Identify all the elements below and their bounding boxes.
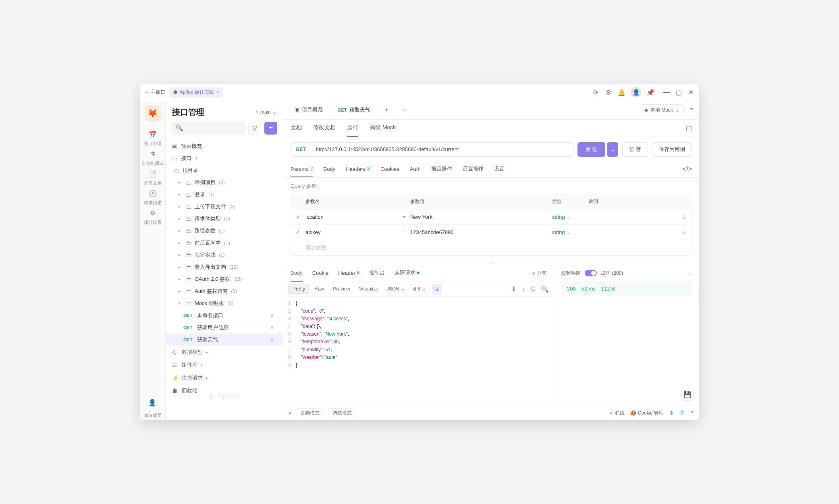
- tree-folder[interactable]: ▸🗀请求体类型(2): [166, 213, 283, 225]
- check-icon[interactable]: ✓: [296, 229, 305, 235]
- close-icon[interactable]: ×: [216, 89, 219, 95]
- param-value[interactable]: 12345abcde67890: [410, 229, 552, 235]
- search-response-icon[interactable]: 🔍: [541, 285, 549, 293]
- tree-section[interactable]: ◇数据模型▸: [166, 346, 283, 359]
- branch-select[interactable]: ⑂ main ⌄: [256, 109, 276, 115]
- save-file-icon[interactable]: ⬇: [511, 285, 516, 293]
- param-name[interactable]: location: [305, 214, 398, 220]
- tree-overview[interactable]: ▣ 项目概览: [166, 140, 283, 152]
- share-button[interactable]: ⎋ 分享: [532, 270, 546, 277]
- format-button[interactable]: Visualize: [355, 284, 382, 293]
- tree-folder[interactable]: ▸🗀OAuth 2.0 鉴权(13): [166, 273, 283, 285]
- gear-icon[interactable]: ⚙: [605, 89, 612, 96]
- encoding-select[interactable]: utf8 ⌄: [409, 284, 429, 293]
- method-select[interactable]: GET: [291, 143, 311, 156]
- subtab[interactable]: 修改文档: [313, 120, 336, 137]
- tab-active-api[interactable]: GET 获取天气: [330, 101, 378, 119]
- tree-root-folder[interactable]: 🗀 根目录: [166, 164, 283, 176]
- format-button[interactable]: Preview: [329, 284, 354, 293]
- filter-button[interactable]: ▽: [248, 122, 261, 135]
- download-icon[interactable]: ↓: [522, 285, 525, 293]
- resp-tab[interactable]: Header8: [338, 265, 359, 282]
- url-input[interactable]: GET http://127.0.0.1:4523/m1/3656905-328…: [291, 142, 573, 157]
- format-button[interactable]: Raw: [310, 284, 328, 293]
- tab-more[interactable]: ⋯: [395, 101, 415, 119]
- collapse-button[interactable]: «: [289, 410, 292, 416]
- code-icon[interactable]: </>: [683, 166, 692, 173]
- param-row[interactable]: ✓apikey=12345abcde67890string ⌄⊖: [291, 225, 692, 240]
- help-icon[interactable]: ?: [691, 410, 694, 416]
- req-tab[interactable]: 后置操作: [463, 162, 484, 177]
- pin-icon[interactable]: 📌: [647, 89, 654, 96]
- tree-folder[interactable]: ▸🗀登录(1): [166, 189, 283, 201]
- tree-folder[interactable]: ▸🗀路径参数(1): [166, 225, 283, 237]
- tree-folder[interactable]: ▸🗀Auth 鉴权指南(8): [166, 285, 283, 297]
- beautify-button[interactable]: ≋: [432, 284, 442, 295]
- rail-item-4[interactable]: ⚙项目设置: [140, 207, 165, 227]
- req-tab[interactable]: Auth: [410, 162, 421, 177]
- rail-item-1[interactable]: ⚗自动化测试: [140, 148, 165, 168]
- send-button[interactable]: 发 送: [577, 142, 606, 157]
- maximize-icon[interactable]: ▢: [675, 89, 682, 96]
- tree-api-root[interactable]: ⬚ 接口 ▾: [166, 152, 283, 164]
- close-window-icon[interactable]: ✕: [687, 89, 694, 96]
- req-tab[interactable]: Body: [323, 162, 335, 177]
- save-response-button[interactable]: 💾: [681, 389, 694, 401]
- tree-folder[interactable]: ▸🗀其它实践(1): [166, 249, 283, 261]
- shirt-icon[interactable]: 👕: [679, 410, 685, 416]
- req-tab[interactable]: Params2: [291, 162, 313, 177]
- tree-endpoint[interactable]: GET未命名接口: [166, 309, 283, 321]
- cookie-mgmt[interactable]: 🍪Cookie 管理: [630, 410, 664, 417]
- menu-icon[interactable]: ≡: [688, 106, 695, 114]
- tree-folder[interactable]: ▸🗀示例项目(6): [166, 176, 283, 189]
- delete-icon[interactable]: ⊖: [677, 229, 687, 235]
- rail-invite[interactable]: 👤₊ 邀请成员: [142, 400, 163, 420]
- resp-tab[interactable]: Body: [291, 265, 303, 282]
- delete-icon[interactable]: ⊖: [677, 214, 687, 220]
- search-input[interactable]: 🔍: [171, 122, 245, 135]
- copy-icon[interactable]: ⧉: [531, 285, 535, 293]
- debug-mode-button[interactable]: 调试模式: [328, 408, 356, 418]
- param-value[interactable]: New York: [410, 214, 552, 220]
- tree-section[interactable]: 🗑回收站: [166, 384, 283, 397]
- rail-item-2[interactable]: 📄分享文档: [140, 168, 165, 188]
- minimize-icon[interactable]: —: [663, 89, 670, 96]
- tree-folder[interactable]: ▸🗀前后置脚本(7): [166, 237, 283, 249]
- resp-tab[interactable]: 实际请求: [395, 265, 420, 282]
- add-param-row[interactable]: 添加参数: [291, 240, 692, 255]
- avatar[interactable]: 👤: [631, 87, 641, 97]
- body-type-select[interactable]: JSON ⌄: [383, 284, 408, 293]
- save-tmp-button[interactable]: 暂 存: [622, 142, 648, 157]
- param-type[interactable]: string ⌄: [552, 214, 588, 220]
- param-type[interactable]: string ⌄: [552, 229, 588, 235]
- tab-overview[interactable]: ▣ 项目概览: [287, 101, 330, 119]
- doc-mode-button[interactable]: 文档模式: [296, 408, 324, 418]
- subtab[interactable]: 文档: [291, 120, 302, 137]
- app-logo[interactable]: 🦊: [145, 105, 161, 121]
- bell-icon[interactable]: 🔔: [618, 89, 625, 96]
- json-body[interactable]: { "code": "0", "message": "success", "da…: [296, 300, 349, 402]
- req-tab[interactable]: Cookies: [380, 162, 399, 177]
- resp-tab[interactable]: Cookie: [312, 265, 328, 282]
- req-tab[interactable]: 前置操作: [431, 162, 452, 177]
- subtab[interactable]: 运行: [347, 120, 358, 137]
- param-row[interactable]: ✓location=New Yorkstring ⌄⊖: [291, 209, 692, 225]
- window-tab[interactable]: ⬢ Apifox 最佳实践 ×: [169, 87, 223, 97]
- home-button[interactable]: ⌂ 主窗口: [145, 89, 166, 96]
- layout-icon[interactable]: ◫: [686, 124, 692, 132]
- tree-section[interactable]: ⚡快捷请求▸: [166, 371, 283, 384]
- req-tab[interactable]: 设置: [494, 162, 505, 177]
- save-case-button[interactable]: 保存为用例: [652, 142, 692, 157]
- splitter[interactable]: ⋯: [283, 261, 699, 265]
- param-name[interactable]: apikey: [305, 229, 398, 235]
- req-tab[interactable]: Headers8: [346, 162, 370, 177]
- validate-toggle[interactable]: [585, 270, 597, 276]
- send-dropdown[interactable]: ⌄: [607, 142, 618, 157]
- tree-endpoint[interactable]: GET获取天气: [166, 334, 283, 346]
- rail-item-0[interactable]: 📅接口管理: [140, 129, 165, 148]
- tree-folder[interactable]: ▸🗀导入导出文档(12): [166, 261, 283, 273]
- resp-tab[interactable]: 控制台: [369, 265, 385, 282]
- tree-section[interactable]: ☰组件库▸: [166, 359, 283, 371]
- add-circle-icon[interactable]: ⊕: [669, 410, 673, 416]
- tab-new[interactable]: +: [378, 101, 396, 119]
